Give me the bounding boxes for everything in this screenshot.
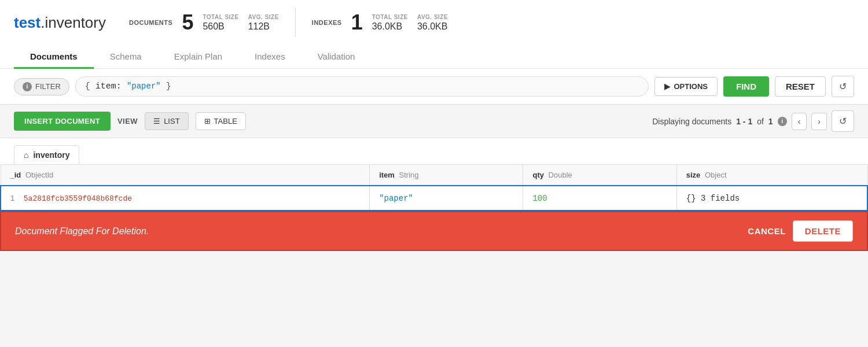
size-value: {} 3 fields <box>686 194 740 203</box>
indexes-label: INDEXES <box>312 19 342 26</box>
next-page-button[interactable]: › <box>811 113 827 130</box>
tab-validation[interactable]: Validation <box>301 46 372 69</box>
docs-size-pair: TOTAL SIZE 560B <box>203 14 238 32</box>
list-view-button[interactable]: ☰ LIST <box>145 112 188 130</box>
cell-size: {} 3 fields <box>676 186 867 211</box>
row-id-value: 5a2818fcb3559f048b68fcde <box>24 194 132 203</box>
deletion-bar: Document Flagged For Deletion. CANCEL DE… <box>0 211 868 251</box>
home-icon: ⌂ <box>24 150 28 160</box>
refresh-button[interactable]: ↺ <box>832 76 854 97</box>
data-table: _id ObjectId item String qty Double size… <box>0 164 868 211</box>
options-button[interactable]: ▶ OPTIONS <box>654 77 718 96</box>
logo: test.inventory <box>14 14 106 32</box>
cell-row-num: 1 5a2818fcb3559f048b68fcde <box>1 186 370 211</box>
table-label: TABLE <box>214 117 237 125</box>
indexes-count: 1 <box>351 12 363 33</box>
filter-expression[interactable]: { item: "paper" } <box>75 76 649 97</box>
col-header-size: size Object <box>676 165 867 186</box>
find-button[interactable]: FIND <box>723 76 769 97</box>
col-id-type: ObjectId <box>25 171 53 179</box>
view-label: VIEW <box>117 117 138 125</box>
collection-tab-label: inventory <box>33 150 69 160</box>
displaying-text: Displaying documents <box>652 117 731 126</box>
table-header: _id ObjectId item String qty Double size… <box>1 165 867 186</box>
stats-divider <box>295 8 296 37</box>
tab-explain-plan[interactable]: Explain Plan <box>158 46 238 69</box>
table-row[interactable]: 1 5a2818fcb3559f048b68fcde "paper" 100 {… <box>1 186 867 211</box>
tab-indexes[interactable]: Indexes <box>238 46 301 69</box>
indexes-size-pair: TOTAL SIZE 36.0KB <box>372 14 408 32</box>
avg-size-value: 112B <box>248 21 279 32</box>
header-row: _id ObjectId item String qty Double size… <box>1 165 867 186</box>
prev-page-button[interactable]: ‹ <box>792 113 807 130</box>
list-label: LIST <box>164 117 179 125</box>
col-header-qty: qty Double <box>523 165 676 186</box>
delete-button[interactable]: DELETE <box>793 220 853 242</box>
filter-toolbar: i FILTER { item: "paper" } ▶ OPTIONS FIN… <box>0 69 868 105</box>
indexes-stats: INDEXES 1 TOTAL SIZE 36.0KB AVG. SIZE 36… <box>312 12 448 33</box>
doc-info: Displaying documents 1 - 1 of 1 i ‹ › ↺ <box>652 110 854 132</box>
doc-range: 1 - 1 <box>736 117 752 126</box>
tab-documents[interactable]: Documents <box>14 46 94 69</box>
deletion-actions: CANCEL DELETE <box>748 220 853 242</box>
col-qty-name: qty <box>532 171 544 179</box>
table-body: 1 5a2818fcb3559f048b68fcde "paper" 100 {… <box>1 186 867 211</box>
col-id-name: _id <box>10 171 21 179</box>
col-item-name: item <box>379 171 395 179</box>
tab-schema[interactable]: Schema <box>94 46 158 69</box>
total-size-value: 560B <box>203 21 238 32</box>
tabs: Documents Schema Explain Plan Indexes Va… <box>14 45 854 68</box>
indexes-total-size-value: 36.0KB <box>372 21 408 32</box>
col-item-type: String <box>399 171 419 179</box>
filter-info-icon: i <box>23 82 32 91</box>
cell-item: "paper" <box>370 186 523 211</box>
list-icon: ☰ <box>153 117 160 125</box>
indexes-avg-pair: AVG. SIZE 36.0KB <box>417 14 448 32</box>
deletion-message: Document Flagged For Deletion. <box>15 226 149 237</box>
options-triangle-icon: ▶ <box>664 82 670 91</box>
col-header-id: _id ObjectId <box>1 165 370 186</box>
total-size-label: TOTAL SIZE <box>203 14 238 20</box>
of-text: of <box>757 117 764 126</box>
col-header-item: item String <box>370 165 523 186</box>
cell-qty: 100 <box>523 186 676 211</box>
table-icon: ⊞ <box>204 117 211 125</box>
collection-tab[interactable]: ⌂ inventory <box>14 145 79 164</box>
col-size-type: Object <box>705 171 727 179</box>
documents-count: 5 <box>182 12 193 33</box>
logo-collection: inventory <box>45 14 106 31</box>
doc-info-icon[interactable]: i <box>778 117 787 126</box>
documents-label: DOCUMENTS <box>129 19 172 26</box>
table-refresh-button[interactable]: ↺ <box>832 110 854 132</box>
insert-document-button[interactable]: INSERT DOCUMENT <box>14 112 111 131</box>
documents-stats: DOCUMENTS 5 TOTAL SIZE 560B AVG. SIZE 11… <box>129 12 279 33</box>
avg-size-label: AVG. SIZE <box>248 14 279 20</box>
reset-button[interactable]: RESET <box>775 76 826 97</box>
col-size-name: size <box>686 171 701 179</box>
col-qty-type: Double <box>549 171 572 179</box>
logo-test: test <box>14 14 41 31</box>
options-label: OPTIONS <box>674 82 708 91</box>
header: test.inventory DOCUMENTS 5 TOTAL SIZE 56… <box>0 0 868 69</box>
indexes-total-size-label: TOTAL SIZE <box>372 14 408 20</box>
indexes-avg-size-value: 36.0KB <box>417 21 448 32</box>
docs-avg-pair: AVG. SIZE 112B <box>248 14 279 32</box>
stats-group: DOCUMENTS 5 TOTAL SIZE 560B AVG. SIZE 11… <box>129 8 448 37</box>
action-bar: INSERT DOCUMENT VIEW ☰ LIST ⊞ TABLE Disp… <box>0 105 868 138</box>
indexes-avg-size-label: AVG. SIZE <box>417 14 448 20</box>
filter-button[interactable]: i FILTER <box>14 78 69 95</box>
row-number: 1 <box>10 194 14 202</box>
table-area: ⌂ inventory _id ObjectId item String qty… <box>0 138 868 251</box>
header-top: test.inventory DOCUMENTS 5 TOTAL SIZE 56… <box>14 8 854 45</box>
table-view-button[interactable]: ⊞ TABLE <box>196 112 246 130</box>
cancel-deletion-button[interactable]: CANCEL <box>748 226 786 236</box>
item-value: "paper" <box>379 194 413 203</box>
doc-total: 1 <box>768 117 773 126</box>
filter-label: FILTER <box>35 82 61 91</box>
qty-value: 100 <box>532 194 547 203</box>
